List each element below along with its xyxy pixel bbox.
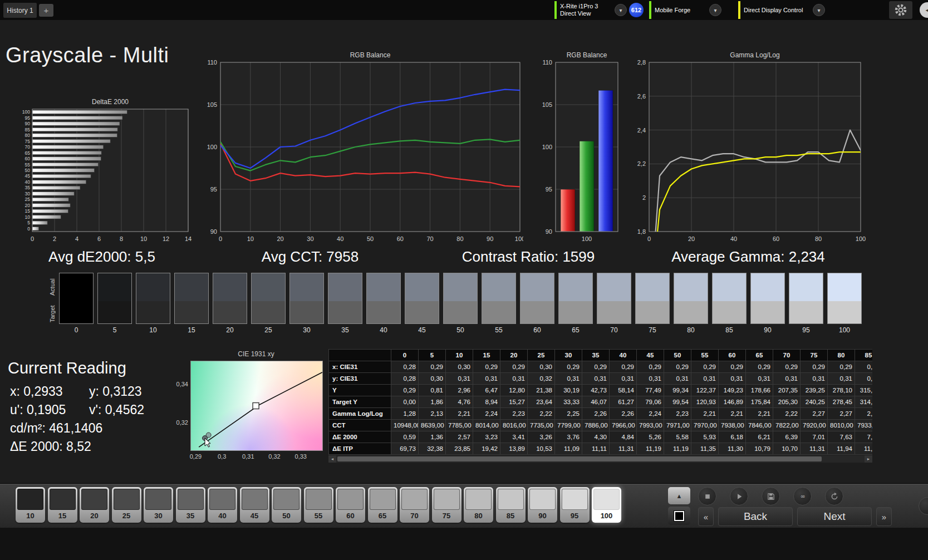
row-label: Target Y bbox=[329, 396, 391, 408]
level-label: 65 bbox=[370, 512, 396, 520]
value-cell: 239,25 bbox=[801, 385, 828, 396]
next-button[interactable]: Next bbox=[797, 507, 872, 526]
level-button[interactable]: 10 bbox=[16, 487, 45, 523]
value-cell: 2,26 bbox=[610, 408, 637, 420]
value-cell: 0,31 bbox=[637, 373, 664, 385]
collapse-button[interactable]: ◄ bbox=[920, 2, 928, 18]
row-label: Gamma Log/Log bbox=[329, 408, 391, 420]
level-button[interactable]: 80 bbox=[464, 487, 493, 523]
scrollbar-thumb[interactable] bbox=[337, 456, 822, 461]
scroll-left-button[interactable]: ◄ bbox=[328, 455, 336, 463]
prev-chevron-button[interactable]: « bbox=[698, 507, 714, 526]
display-control-dropdown[interactable]: Direct Display Control ▾ bbox=[738, 1, 825, 19]
pattern-up-button[interactable]: ▲ bbox=[668, 487, 690, 504]
column-header: 45 bbox=[637, 350, 664, 361]
source-status-bar bbox=[649, 1, 651, 19]
swatch-level-label: 45 bbox=[405, 326, 439, 334]
value-cell: 0,31 bbox=[473, 373, 500, 385]
level-swatch bbox=[209, 489, 235, 510]
grayscale-swatch: 60 bbox=[520, 273, 554, 334]
level-button[interactable]: 50 bbox=[272, 487, 301, 523]
svg-text:40: 40 bbox=[25, 179, 31, 185]
level-label: 25 bbox=[114, 512, 140, 520]
level-buttons: 101520253035404550556065707580859095100 bbox=[16, 487, 621, 523]
overflow-button[interactable] bbox=[919, 497, 928, 515]
level-button[interactable]: 70 bbox=[400, 487, 429, 523]
value-cell: 0,31 bbox=[691, 373, 719, 385]
reading-u: u': 0,1905 bbox=[10, 402, 89, 417]
grayscale-swatch: 20 bbox=[213, 273, 247, 334]
value-cell: 0,29 bbox=[664, 361, 691, 373]
history-tab[interactable]: History 1 bbox=[3, 3, 37, 18]
level-button[interactable]: 85 bbox=[496, 487, 526, 523]
level-button[interactable]: 20 bbox=[80, 487, 109, 523]
stop-button[interactable] bbox=[698, 487, 716, 505]
svg-text:80: 80 bbox=[25, 132, 31, 138]
value-cell: 1,36 bbox=[419, 431, 446, 443]
grayscale-swatch: 5 bbox=[97, 273, 132, 334]
add-tab-button[interactable]: + bbox=[39, 4, 53, 17]
level-button[interactable]: 65 bbox=[368, 487, 397, 523]
display-chevron-button[interactable]: ▾ bbox=[813, 4, 825, 16]
level-button[interactable]: 45 bbox=[240, 487, 269, 523]
value-cell: 69,73 bbox=[391, 443, 419, 455]
level-button[interactable]: 60 bbox=[336, 487, 365, 523]
level-button[interactable]: 40 bbox=[208, 487, 237, 523]
target-patch bbox=[636, 301, 669, 324]
value-cell: 4,76 bbox=[446, 396, 473, 408]
value-cell: 178,66 bbox=[746, 385, 773, 396]
svg-text:30: 30 bbox=[25, 191, 31, 197]
infinity-button[interactable]: ∞ bbox=[793, 487, 812, 505]
level-button[interactable]: 35 bbox=[176, 487, 205, 523]
value-cell: 3,26 bbox=[528, 431, 555, 443]
play-button[interactable] bbox=[730, 487, 748, 505]
svg-text:60: 60 bbox=[773, 235, 779, 242]
level-button[interactable]: 30 bbox=[144, 487, 173, 523]
value-cell: 8014,00 bbox=[473, 420, 500, 431]
column-header bbox=[329, 350, 391, 361]
value-cell: 7938,00 bbox=[719, 420, 746, 431]
value-cell: 7,01 bbox=[801, 431, 828, 443]
svg-text:14: 14 bbox=[185, 235, 192, 242]
loop-button[interactable] bbox=[825, 487, 843, 505]
value-cell: 0,29 bbox=[391, 385, 419, 396]
source-dropdown[interactable]: Mobile Forge ▾ bbox=[649, 1, 721, 19]
level-button[interactable]: 55 bbox=[304, 487, 333, 523]
cie-overlay bbox=[191, 361, 322, 450]
level-button[interactable]: 25 bbox=[112, 487, 141, 523]
value-cell: 15,27 bbox=[500, 396, 528, 408]
swatch-level-label: 10 bbox=[136, 326, 170, 334]
target-patch bbox=[674, 301, 708, 324]
scroll-right-button[interactable]: ► bbox=[865, 455, 872, 463]
settings-button[interactable] bbox=[889, 1, 912, 19]
meter-dropdown[interactable]: X-Rite i1Pro 3 Direct View ▾ bbox=[554, 1, 627, 19]
meter-chevron-button[interactable]: ▾ bbox=[615, 4, 627, 16]
value-cell: 2,21 bbox=[691, 408, 719, 420]
svg-text:55: 55 bbox=[25, 162, 31, 168]
value-cell: 7,63 bbox=[828, 431, 855, 443]
level-button[interactable]: 75 bbox=[432, 487, 461, 523]
column-header: 10 bbox=[446, 350, 473, 361]
reading-v: v': 0,4562 bbox=[89, 402, 144, 417]
value-cell: 0,29 bbox=[582, 361, 610, 373]
source-chevron-button[interactable]: ▾ bbox=[709, 4, 721, 16]
level-button[interactable]: 90 bbox=[528, 487, 557, 523]
level-label: 75 bbox=[434, 512, 460, 520]
column-header: 70 bbox=[773, 350, 801, 361]
level-button[interactable]: 15 bbox=[48, 487, 77, 523]
level-button[interactable]: 100 bbox=[592, 487, 621, 523]
grayscale-swatch: 85 bbox=[712, 273, 747, 334]
value-cell: 42,73 bbox=[582, 385, 610, 396]
next-chevron-button[interactable]: » bbox=[876, 507, 892, 526]
svg-text:105: 105 bbox=[207, 101, 217, 108]
table-scrollbar[interactable]: ◄ ► bbox=[328, 455, 872, 463]
level-button[interactable]: 95 bbox=[560, 487, 590, 523]
save-button[interactable] bbox=[762, 487, 780, 505]
svg-text:90: 90 bbox=[210, 228, 217, 235]
back-button[interactable]: Back bbox=[718, 507, 793, 526]
value-cell: 10,53 bbox=[528, 443, 555, 455]
pattern-window-button[interactable] bbox=[668, 507, 690, 525]
svg-text:40: 40 bbox=[730, 235, 737, 242]
value-cell: 0,00 bbox=[391, 396, 419, 408]
svg-text:10: 10 bbox=[247, 235, 254, 242]
